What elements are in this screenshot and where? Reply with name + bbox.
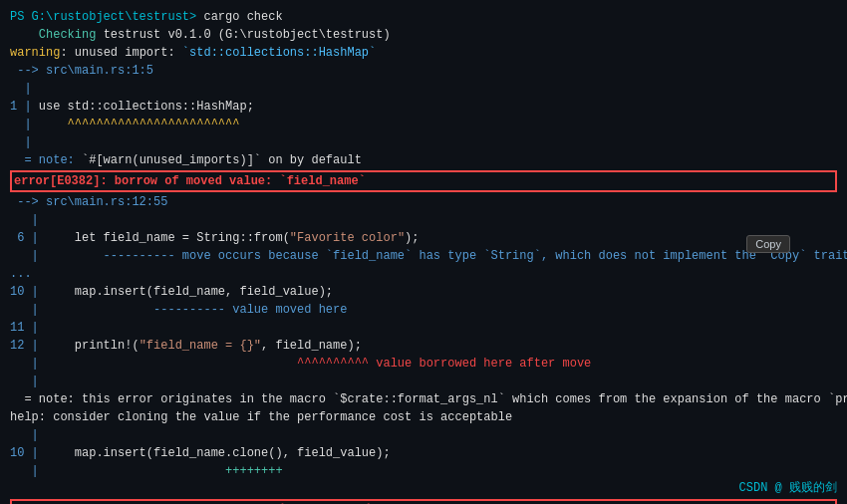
terminal-line: --> src\main.rs:12:55 [10,193,837,211]
terminal-line: | [10,80,837,98]
terminal-line: ... [10,265,837,283]
terminal-line: | [10,133,837,151]
terminal-line: = note: this error originates in the mac… [10,390,837,408]
terminal-line: Checking testrust v0.1.0 (G:\rustobject\… [10,26,837,44]
terminal: PS G:\rustobject\testrust> cargo check C… [0,0,847,504]
terminal-line: | ---------- move occurs because `field_… [10,247,837,265]
terminal-line: 1 | use std::collections::HashMap; [10,98,837,116]
watermark-prefix: CSDN @ [739,481,782,495]
terminal-line: | ---------- value moved here [10,301,837,319]
terminal-line: | [10,426,837,444]
copy-button[interactable]: Copy [746,235,790,253]
terminal-line: PS G:\rustobject\testrust> cargo check [10,8,837,26]
terminal-line [10,480,837,498]
terminal-line: help: consider cloning the value if the … [10,408,837,426]
terminal-line: | [10,211,837,229]
error-box-1: error[E0382]: borrow of moved value: `fi… [10,170,837,192]
error-box-2: error[E0382]: borrow of moved value: `fi… [10,499,837,504]
terminal-line: 11 | [10,319,837,337]
terminal-line: = note: `#[warn(unused_imports)]` on by … [10,151,837,169]
terminal-line: | ^^^^^^^^^^^^^^^^^^^^^^^^ [10,116,837,133]
watermark-name: 贱贱的剑 [789,481,837,495]
watermark: CSDN @ 贱贱的剑 [739,479,837,496]
terminal-line: | ++++++++ [10,462,837,480]
terminal-line: --> src\main.rs:1:5 [10,62,837,80]
terminal-line: 6 | let field_name = String::from("Favor… [10,229,837,247]
terminal-line: | [10,373,837,390]
terminal-line: 12 | println!("field_name = {}", field_n… [10,337,837,355]
terminal-line: warning: unused import: `std::collection… [10,44,837,62]
terminal-line: 10 | map.insert(field_name.clone(), fiel… [10,444,837,462]
terminal-line: | ^^^^^^^^^^ value borrowed here after m… [10,355,837,373]
terminal-line: error[E0382]: borrow of moved value: `fi… [14,172,833,190]
terminal-line: 10 | map.insert(field_name, field_value)… [10,283,837,301]
